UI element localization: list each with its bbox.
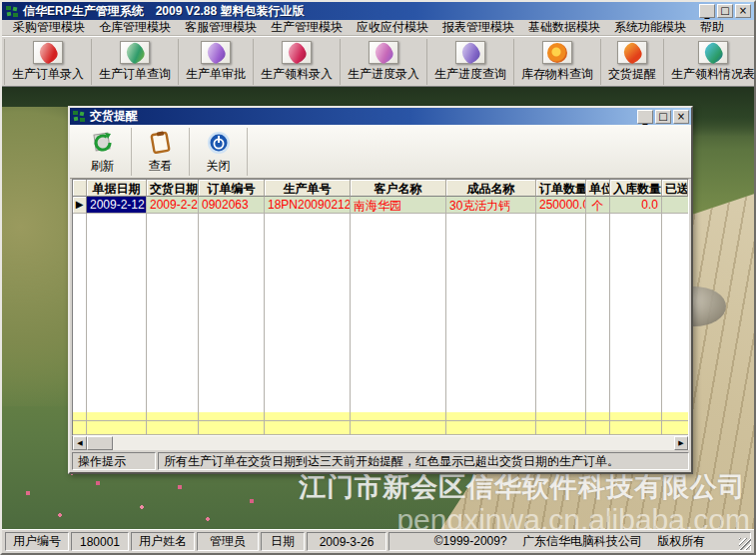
dialog-close-button[interactable]: ×	[673, 110, 689, 124]
toolbar-button-production-order-entry[interactable]: 生产订单录入	[4, 39, 92, 85]
column-header-unit[interactable]: 单位	[586, 180, 610, 197]
maximize-button[interactable]: □	[717, 4, 733, 18]
toolbar-button-production-material-entry[interactable]: 生产领料录入	[254, 39, 341, 85]
watermark-company: 江门市新会区信华软件科技有限公司	[299, 469, 746, 505]
view-button[interactable]: 查看	[132, 128, 190, 176]
dialog-minimize-button[interactable]: _	[637, 110, 653, 124]
cell-order-qty[interactable]: 250000.0	[536, 197, 586, 214]
app-window: 信华ERP生产管理系统 2009 V2.88 塑料包装行业版 _ □ × 采购管…	[0, 0, 756, 555]
column-header-sent[interactable]: 已送	[662, 180, 688, 197]
cell-customer[interactable]: 南海华园	[351, 197, 446, 214]
teal-feather-icon	[698, 41, 728, 64]
scrollbar-track[interactable]	[113, 436, 674, 450]
toolbar-button-production-material-report[interactable]: 生产领料情况表	[664, 39, 756, 85]
scroll-left-icon[interactable]: ◀	[73, 436, 87, 450]
dialog-logo-icon	[72, 110, 86, 123]
user-name-label: 用户姓名	[131, 532, 195, 551]
menu-customer-service[interactable]: 客服管理模块	[178, 18, 264, 37]
scroll-right-icon[interactable]: ▶	[674, 436, 688, 450]
toolbar-button-delivery-reminder[interactable]: 交货提醒	[601, 39, 664, 85]
orange-flower-icon	[542, 41, 572, 64]
row-marker-icon: ▶	[73, 197, 87, 214]
column-header-marker	[73, 180, 87, 197]
cell-sent[interactable]	[662, 197, 688, 214]
dialog-title: 交货提醒	[90, 108, 138, 125]
cell-product[interactable]: 30克活力钙	[446, 197, 536, 214]
toolbar-button-production-progress-entry[interactable]: 生产进度录入	[341, 39, 427, 85]
close-button[interactable]: ×	[735, 4, 751, 18]
toolbar-button-production-progress-query[interactable]: 生产进度查询	[427, 39, 514, 85]
crimson-crane-icon	[282, 41, 312, 64]
user-no-value: 180001	[71, 532, 129, 551]
desktop-wallpaper: 江门市新会区信华软件科技有限公司 pengxinwa.cn.alibaba.co…	[2, 87, 754, 533]
main-toolbar: 生产订单录入 生产订单查询 生产单审批 生产领料录入 生产进度录入 生产进度查询…	[2, 36, 754, 87]
menu-system[interactable]: 系统功能模块	[607, 18, 693, 37]
status-message: 所有生产订单在交货日期到达三天前开始提醒，红色显示已超出交货日期的生产订单。	[158, 452, 689, 470]
app-logo-icon	[5, 5, 19, 18]
clipboard-icon	[148, 130, 174, 156]
violet-swirl-icon	[455, 41, 485, 64]
cell-order-no[interactable]: 0902063	[199, 197, 265, 214]
column-header-order-qty[interactable]: 订单数量	[536, 180, 586, 197]
resize-grip[interactable]	[739, 538, 751, 550]
menu-bar: 采购管理模块 仓库管理模块 客服管理模块 生产管理模块 应收应付模块 报表管理模…	[2, 20, 754, 36]
cell-doc-date[interactable]: 2009-2-12	[87, 197, 147, 214]
window-status-bar: 用户编号 180001 用户姓名 管理员 日期 2009-3-26 ©1999-…	[2, 529, 754, 553]
delivery-grid: 单据日期 交货日期 订单编号 生产单号 客户名称 成品名称 订单数量 单位 入库…	[72, 179, 689, 436]
pink-orchid-icon	[369, 41, 398, 64]
horizontal-scrollbar[interactable]: ◀ ▶	[72, 436, 689, 450]
toolbar-button-production-order-query[interactable]: 生产订单查询	[92, 39, 179, 85]
green-plant-icon	[120, 41, 150, 64]
menu-help[interactable]: 帮助	[693, 18, 731, 37]
dialog-status-bar: 操作提示 所有生产订单在交货日期到达三天前开始提醒，红色显示已超出交货日期的生产…	[70, 450, 691, 472]
menu-reports[interactable]: 报表管理模块	[435, 18, 521, 37]
column-header-customer[interactable]: 客户名称	[351, 180, 446, 197]
date-label: 日期	[261, 532, 305, 551]
cell-unit[interactable]: 个	[586, 197, 610, 214]
menu-payables[interactable]: 应收应付模块	[350, 18, 435, 37]
grid-summary-row-thin	[73, 412, 688, 421]
menu-warehouse[interactable]: 仓库管理模块	[92, 18, 178, 37]
cell-stockin-qty[interactable]: 0.0	[610, 197, 662, 214]
user-no-label: 用户编号	[5, 532, 69, 551]
flame-feather-icon	[617, 41, 647, 64]
user-name-value: 管理员	[197, 532, 259, 551]
toolbar-button-inventory-material-query[interactable]: 库存物料查询	[514, 39, 601, 85]
red-ribbon-icon	[33, 41, 63, 64]
minimize-button[interactable]: _	[699, 4, 715, 18]
power-close-icon	[206, 130, 232, 156]
refresh-button[interactable]: 刷新	[74, 128, 132, 176]
dialog-close-action-button[interactable]: 关闭	[190, 128, 248, 176]
copyright-text: ©1999-2009? 广东信华电脑科技公司 版权所有	[388, 532, 751, 551]
dialog-toolbar: 刷新 查看 关闭	[70, 125, 691, 179]
table-row[interactable]: ▶ 2009-2-12 2009-2-22 0902063 18PN200902…	[73, 197, 688, 214]
grid-summary-row	[73, 421, 688, 435]
purple-butterfly-icon	[201, 41, 231, 64]
refresh-icon	[90, 130, 116, 156]
column-header-stockin-qty[interactable]: 入库数量	[610, 180, 662, 197]
column-header-order-no[interactable]: 订单编号	[199, 180, 265, 197]
grid-header-row: 单据日期 交货日期 订单编号 生产单号 客户名称 成品名称 订单数量 单位 入库…	[73, 180, 688, 197]
toolbar-button-production-order-approval[interactable]: 生产单审批	[179, 39, 254, 85]
delivery-reminder-dialog: 交货提醒 _ □ × 刷新	[68, 106, 693, 474]
window-title: 信华ERP生产管理系统 2009 V2.88 塑料包装行业版	[23, 3, 304, 20]
menu-purchase[interactable]: 采购管理模块	[6, 18, 92, 37]
dialog-title-bar[interactable]: 交货提醒 _ □ ×	[70, 108, 691, 125]
cell-production-no[interactable]: 18PN20090212001	[265, 197, 351, 214]
scrollbar-thumb[interactable]	[87, 436, 113, 450]
column-header-delivery-date[interactable]: 交货日期	[147, 180, 199, 197]
menu-production[interactable]: 生产管理模块	[264, 18, 350, 37]
column-header-product[interactable]: 成品名称	[446, 180, 536, 197]
date-value: 2009-3-26	[307, 532, 386, 551]
grid-empty-body	[73, 214, 688, 412]
cell-delivery-date[interactable]: 2009-2-22	[147, 197, 199, 214]
dialog-maximize-button[interactable]: □	[655, 110, 671, 124]
status-label: 操作提示	[72, 452, 156, 470]
menu-base-data[interactable]: 基础数据模块	[521, 18, 607, 37]
column-header-doc-date[interactable]: 单据日期	[87, 180, 147, 197]
column-header-production-no[interactable]: 生产单号	[265, 180, 351, 197]
